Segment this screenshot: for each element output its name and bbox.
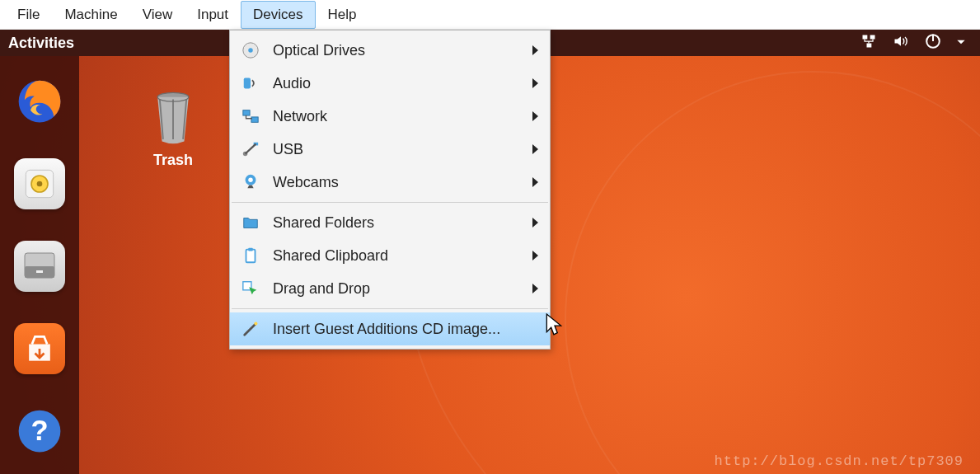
chevron-right-icon xyxy=(532,218,538,228)
menuitem-webcams[interactable]: Webcams xyxy=(230,166,550,199)
chevron-down-icon[interactable] xyxy=(955,35,967,52)
chevron-right-icon xyxy=(532,251,538,260)
chevron-right-icon xyxy=(532,177,538,187)
chevron-right-icon xyxy=(532,45,538,55)
menuitem-network[interactable]: Network xyxy=(230,100,550,133)
menuitem-label: Drag and Drop xyxy=(273,280,532,298)
menuitem-label: Shared Clipboard xyxy=(273,247,532,265)
mouse-cursor xyxy=(546,313,564,340)
chevron-right-icon xyxy=(532,144,538,154)
menu-devices[interactable]: Devices xyxy=(241,1,315,29)
devices-dropdown: Optical Drives Audio Network USB Webcams xyxy=(229,30,551,350)
menu-separator xyxy=(232,202,548,203)
menu-separator xyxy=(232,308,548,309)
svg-rect-15 xyxy=(867,43,872,47)
menuitem-usb[interactable]: USB xyxy=(230,133,550,166)
svg-rect-10 xyxy=(248,248,253,251)
menuitem-shared-folders[interactable]: Shared Folders xyxy=(230,206,550,239)
launcher-dock: ? xyxy=(0,56,79,474)
menu-input[interactable]: Input xyxy=(185,1,241,29)
dragdrop-icon xyxy=(238,279,263,298)
disc-icon xyxy=(238,40,263,60)
svg-point-12 xyxy=(254,322,257,326)
menuitem-insert-guest-additions[interactable]: Insert Guest Additions CD image... xyxy=(230,312,550,345)
wand-icon xyxy=(238,319,263,339)
power-icon[interactable] xyxy=(924,32,942,54)
menu-view[interactable]: View xyxy=(130,1,185,29)
svg-rect-3 xyxy=(243,110,250,115)
webcam-icon xyxy=(238,172,263,192)
menu-help[interactable]: Help xyxy=(316,1,369,29)
menuitem-label: USB xyxy=(273,141,532,158)
system-tray[interactable] xyxy=(860,32,972,54)
files-icon[interactable] xyxy=(14,241,65,292)
activities-button[interactable]: Activities xyxy=(8,35,74,52)
desktop-trash-label: Trash xyxy=(132,152,214,169)
menuitem-shared-clipboard[interactable]: Shared Clipboard xyxy=(230,239,550,272)
clipboard-icon xyxy=(238,246,263,265)
network-wired-icon[interactable] xyxy=(860,33,878,54)
audio-icon xyxy=(238,73,263,93)
svg-rect-2 xyxy=(244,78,251,89)
menu-file[interactable]: File xyxy=(5,1,52,29)
menu-machine[interactable]: Machine xyxy=(52,1,129,29)
menuitem-label: Insert Guest Additions CD image... xyxy=(273,321,538,338)
menuitem-label: Webcams xyxy=(273,174,532,191)
menuitem-drag-and-drop[interactable]: Drag and Drop xyxy=(230,272,550,305)
volume-high-icon[interactable] xyxy=(891,33,911,54)
svg-point-8 xyxy=(248,178,253,183)
svg-rect-9 xyxy=(246,250,256,263)
menuitem-label: Optical Drives xyxy=(273,42,532,59)
folder-icon xyxy=(238,213,263,232)
svg-rect-13 xyxy=(863,35,868,39)
svg-rect-24 xyxy=(36,270,43,273)
software-icon[interactable] xyxy=(14,323,65,374)
chevron-right-icon xyxy=(532,111,538,121)
menuitem-label: Audio xyxy=(273,75,532,92)
chevron-right-icon xyxy=(532,284,538,293)
network-icon xyxy=(238,106,263,126)
host-menubar: File Machine View Input Devices Help xyxy=(0,0,980,30)
svg-point-21 xyxy=(37,181,43,187)
firefox-icon[interactable] xyxy=(14,76,65,127)
menuitem-label: Network xyxy=(273,108,532,125)
menuitem-audio[interactable]: Audio xyxy=(230,67,550,100)
menuitem-optical-drives[interactable]: Optical Drives xyxy=(230,34,550,67)
rhythmbox-icon[interactable] xyxy=(14,158,65,209)
watermark-text: http://blog.csdn.net/tp7309 xyxy=(715,453,964,469)
help-icon[interactable]: ? xyxy=(14,406,65,457)
trash-icon xyxy=(143,87,203,147)
chevron-right-icon xyxy=(532,78,538,88)
usb-icon xyxy=(238,139,263,159)
svg-rect-14 xyxy=(870,35,875,39)
svg-text:?: ? xyxy=(30,415,48,446)
svg-rect-4 xyxy=(251,117,258,122)
menuitem-label: Shared Folders xyxy=(273,214,532,232)
desktop-trash[interactable]: Trash xyxy=(132,87,214,169)
svg-point-1 xyxy=(248,48,253,53)
